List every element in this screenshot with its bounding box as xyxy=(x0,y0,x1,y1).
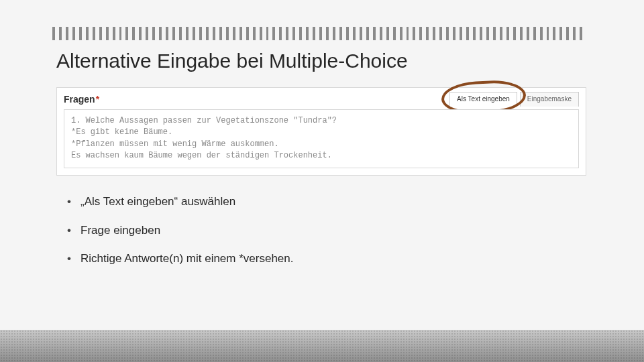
footer-texture xyxy=(0,330,644,362)
slide-content: Alternative Eingabe bei Multiple-Choice … xyxy=(52,40,586,280)
form-screenshot: Fragen* Als Text eingeben Eingabemaske 1… xyxy=(56,87,586,176)
field-label: Fragen* xyxy=(64,94,99,105)
field-label-text: Fragen xyxy=(64,94,95,105)
instruction-list: „Als Text eingeben“ auswählen Frage eing… xyxy=(67,194,586,267)
slide-title: Alternative Eingabe bei Multiple-Choice xyxy=(56,50,586,72)
questions-textarea[interactable]: 1. Welche Aussagen passen zur Vegetation… xyxy=(64,109,579,168)
tab-bar: Als Text eingeben Eingabemaske xyxy=(449,92,579,107)
list-item: Frage eingeben xyxy=(67,223,586,239)
required-asterisk: * xyxy=(96,94,99,105)
list-item: Richtige Antworte(n) mit einem *versehen… xyxy=(67,251,586,267)
tab-als-text-eingeben[interactable]: Als Text eingeben xyxy=(449,92,517,107)
tab-eingabemaske[interactable]: Eingabemaske xyxy=(520,92,579,107)
list-item: „Als Text eingeben“ auswählen xyxy=(67,194,586,210)
form-header: Fragen* Als Text eingeben Eingabemaske xyxy=(64,92,579,107)
decorative-top-border xyxy=(52,23,586,40)
